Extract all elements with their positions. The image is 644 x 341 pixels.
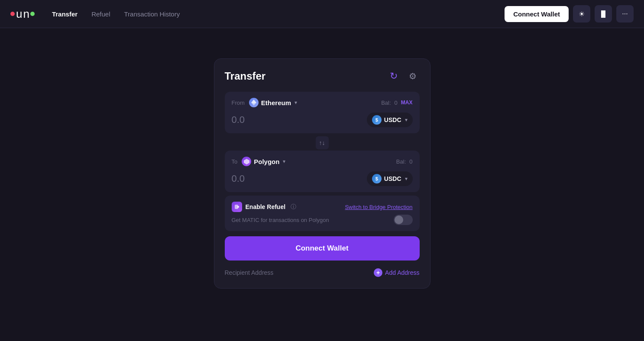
logo: u n (10, 7, 35, 21)
logo-dot-red (10, 12, 15, 16)
from-chain-selector[interactable]: Ethereum ▾ (249, 98, 297, 107)
to-chain-chevron-icon: ▾ (283, 158, 285, 164)
swap-button[interactable]: ↑↓ (315, 135, 330, 150)
refuel-description: Get MATIC for transactions on Polygon (232, 217, 329, 223)
more-icon: ··· (622, 10, 628, 18)
from-chain-name: Ethereum (261, 99, 291, 106)
svg-rect-1 (237, 206, 239, 208)
bridge-protection-link[interactable]: Switch to Bridge Protection (345, 204, 412, 210)
from-balance-value: 0 (395, 100, 398, 106)
to-chain-name: Polygon (254, 158, 279, 165)
toggle-knob (395, 216, 403, 224)
from-chain-area: From Ethereum ▾ (232, 98, 298, 107)
nav-item-refuel[interactable]: Refuel (91, 9, 110, 19)
from-chain-chevron-icon: ▾ (294, 100, 297, 106)
logo-bracket-left: u (16, 7, 22, 21)
from-amount-row: $ USDC ▾ (232, 113, 413, 127)
from-section: From Ethereum ▾ Bal: 0 (225, 92, 420, 133)
to-token-chevron-icon: ▾ (405, 176, 408, 182)
header-actions: Connect Wallet ☀ ▐▌ ··· (505, 5, 634, 23)
swap-arrows-icon: ↑↓ (319, 139, 325, 146)
to-token-name: USDC (384, 175, 401, 182)
nav-item-transfer[interactable]: Transfer (52, 9, 78, 19)
to-balance-area: Bal: 0 (396, 158, 413, 165)
card-header-icons: ↻ ⚙ (387, 69, 420, 83)
gear-icon: ⚙ (409, 71, 417, 81)
to-chain-selector[interactable]: Polygon ▾ (242, 157, 285, 166)
refuel-toggle-container: Get MATIC for transactions on Polygon (232, 215, 413, 225)
refuel-toggle[interactable] (394, 215, 413, 225)
layout-button[interactable]: ▐▌ (595, 5, 612, 23)
sun-icon: ☀ (579, 10, 585, 18)
plus-circle-icon: + (374, 268, 382, 277)
to-amount-row: $ USDC ▾ (232, 171, 413, 186)
refuel-label: Enable Refuel (246, 203, 286, 210)
nav-item-transaction-history[interactable]: Transaction History (124, 9, 180, 19)
settings-button[interactable]: ⚙ (406, 69, 420, 83)
to-section: To Polygon ▾ Bal: 0 (225, 151, 420, 192)
header-connect-wallet-button[interactable]: Connect Wallet (505, 6, 569, 22)
transfer-card: Transfer ↻ ⚙ From (214, 58, 430, 289)
layout-icon: ▐▌ (599, 10, 608, 17)
from-label: From (232, 100, 245, 106)
from-balance-label: Bal: (381, 100, 391, 106)
to-chain-area: To Polygon ▾ (232, 157, 286, 166)
recipient-address-label: Recipient Address (225, 269, 274, 276)
refresh-icon: ↻ (390, 71, 398, 82)
recipient-address-row: Recipient Address + Add Address (225, 267, 420, 278)
from-row: From Ethereum ▾ Bal: 0 (232, 98, 413, 107)
refuel-top-row: Enable Refuel ⓘ Switch to Bridge Protect… (232, 202, 413, 212)
to-token-selector[interactable]: $ USDC ▾ (367, 171, 413, 186)
more-button[interactable]: ··· (616, 5, 634, 23)
card-title: Transfer (225, 70, 266, 82)
card-header: Transfer ↻ ⚙ (225, 69, 420, 83)
usdc-icon-to: $ (372, 174, 382, 183)
polygon-icon (242, 157, 251, 166)
logo-dot-green (30, 12, 35, 16)
swap-divider: ↑↓ (225, 135, 420, 151)
from-token-selector[interactable]: $ USDC ▾ (367, 113, 413, 127)
max-button[interactable]: MAX (401, 100, 413, 106)
from-balance-area: Bal: 0 MAX (381, 100, 412, 106)
connect-wallet-main-button[interactable]: Connect Wallet (225, 236, 420, 261)
refuel-icon (232, 202, 242, 212)
add-address-label: Add Address (385, 269, 419, 276)
to-row: To Polygon ▾ Bal: 0 (232, 157, 413, 166)
to-balance-value: 0 (409, 158, 412, 165)
refuel-left: Enable Refuel ⓘ (232, 202, 297, 212)
from-token-name: USDC (384, 116, 401, 123)
info-icon: ⓘ (291, 203, 296, 211)
logo-dots: u n (10, 7, 35, 21)
to-balance-label: Bal: (396, 158, 406, 165)
to-label: To (232, 158, 238, 165)
usdc-icon-from: $ (372, 115, 382, 125)
from-token-chevron-icon: ▾ (405, 117, 408, 123)
theme-toggle-button[interactable]: ☀ (573, 5, 590, 23)
header: u n Transfer Refuel Transaction History … (0, 0, 644, 28)
refuel-section: Enable Refuel ⓘ Switch to Bridge Protect… (225, 196, 420, 231)
main-nav: Transfer Refuel Transaction History (52, 9, 505, 19)
ethereum-icon (249, 98, 259, 107)
main-content: Transfer ↻ ⚙ From (0, 28, 644, 289)
refresh-button[interactable]: ↻ (387, 69, 401, 83)
add-address-button[interactable]: + Add Address (374, 268, 419, 277)
logo-n: n (23, 7, 29, 21)
from-amount-input[interactable] (232, 114, 340, 125)
to-amount-input[interactable] (232, 173, 340, 184)
